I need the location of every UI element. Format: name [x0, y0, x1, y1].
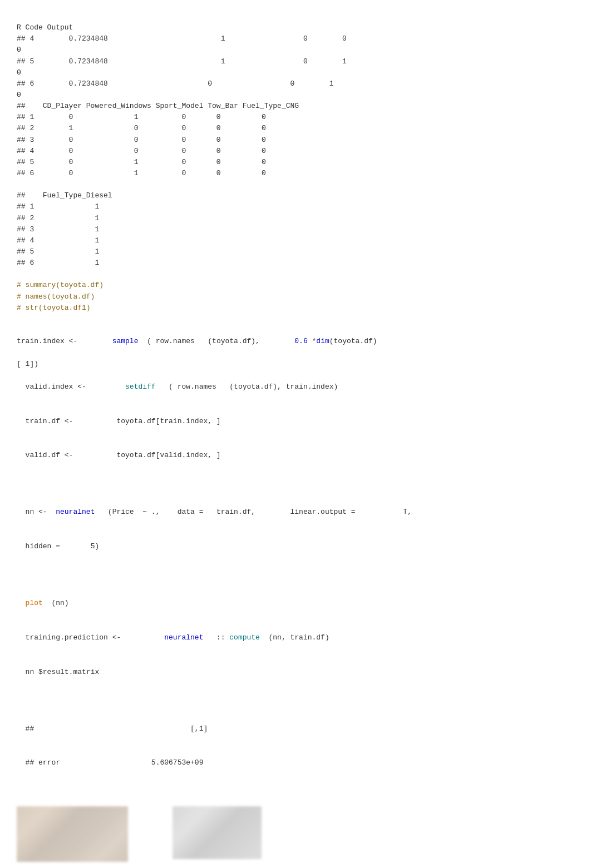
train-df: train.df <- toyota.df[train.index, ]: [26, 417, 221, 425]
row6a: ## 6 0.7234848 0 0 1: [17, 80, 334, 88]
plot-keyword: plot: [26, 599, 43, 607]
nn-args: (Price ~ ., data = train.df, linear.outp…: [95, 508, 355, 516]
header-row: ## CD_Player Powered_Windows Sport_Model…: [17, 102, 299, 110]
comment-str: # str(toyota.df1): [17, 304, 91, 312]
zero-3: 0: [17, 68, 21, 77]
valid-df: valid.df <- toyota.df[valid.index, ]: [26, 451, 221, 459]
output-error: ## error 5.606753e+09: [17, 746, 574, 770]
images-row: [17, 806, 574, 862]
output-col-header: ## [,1]: [26, 725, 208, 733]
row5a: ## 5 0.7234848 1 0 1: [17, 57, 347, 66]
blank-line-2: [17, 485, 21, 494]
neuralnet-keyword2: neuralnet: [164, 633, 203, 642]
num-06: 0.6: [294, 336, 307, 348]
star-dim: *: [308, 336, 317, 348]
training-pred-prefix: training.prediction <-: [26, 633, 165, 642]
zero-4: 0: [17, 91, 21, 99]
rows-right: 0 0 0 0 0 0: [250, 112, 266, 179]
zero-2: 0: [17, 46, 21, 54]
neural-net-plot-left: [17, 806, 128, 862]
valid-index-line: valid.index <- setdiff ( row.names (toyo…: [17, 370, 574, 393]
nn-line: nn <- neuralnet (Price ~ ., data = train…: [17, 495, 574, 519]
train-df-line: train.df <- toyota.df[train.index, ]: [17, 404, 574, 428]
train-index-line: train.index <- sample ( row.names (toyot…: [17, 336, 574, 348]
comment-names: # names(toyota.df): [17, 292, 95, 301]
training-pred-mid: ::: [203, 633, 229, 642]
compute-keyword: compute: [229, 633, 260, 642]
zero-1: R Code Output: [17, 23, 73, 32]
valid-mid: ( row.names: [156, 383, 216, 391]
header-diesel: ## Fuel_Type_Diesel: [17, 191, 112, 200]
sample-keyword: sample: [112, 336, 139, 348]
result-matrix-line: nn $result.matrix: [17, 655, 574, 678]
neuralnet-keyword: neuralnet: [56, 508, 95, 516]
train-index-suffix: (toyota.df): [329, 336, 377, 348]
linear-output-label: T,: [356, 508, 412, 516]
valid-suffix: (toyota.df), train.index): [216, 383, 338, 391]
plot-line: plot (nn): [17, 586, 574, 609]
train-index-prefix: train.index <-: [17, 336, 112, 348]
valid-df-line: valid.df <- toyota.df[valid.index, ]: [17, 439, 574, 462]
neural-net-plot-right: [173, 806, 262, 859]
blank-line-1: [17, 326, 21, 334]
comment-summary: # summary(toyota.df): [17, 281, 104, 289]
rows-diesel: ## 1 1 ## 2 1 ## 3 1 ## 4 1 ## 5 1 ## 6 …: [17, 202, 99, 267]
hidden: hidden = 5): [26, 542, 100, 550]
train-index-arg: (toyota.df),: [195, 336, 294, 348]
rows-left: ## 1 0 1 0 0 ## 2 1 0 0 0 ## 3 0 0 0 0 #…: [17, 112, 250, 179]
output-header: ## [,1]: [17, 712, 574, 735]
blank-line-4: [17, 702, 21, 710]
code-output: R Code Output ## 4 0.7234848 1 0 0 0 ## …: [17, 11, 574, 803]
blank-line-3: [17, 576, 21, 584]
result-matrix: nn $result.matrix: [26, 668, 100, 676]
train-index-mid: ( row.names: [138, 336, 194, 348]
valid-prefix: valid.index <-: [26, 383, 125, 391]
plot-args: (nn): [43, 599, 69, 607]
training-pred-suffix: (nn, train.df): [260, 633, 329, 642]
setdiff-keyword: setdiff: [125, 383, 156, 391]
output-error-line: ## error 5.606753e+09: [26, 758, 204, 767]
hidden-line: hidden = 5): [17, 529, 574, 553]
training-prediction-line: training.prediction <- neuralnet :: comp…: [17, 621, 574, 644]
nn-prefix: nn <-: [26, 508, 56, 516]
dim-keyword: dim: [316, 336, 329, 348]
blank-line-5: [17, 792, 21, 801]
row4a: ## 4 0.7234848 1 0 0: [17, 34, 347, 43]
bracket-1: [ 1]): [17, 360, 38, 368]
